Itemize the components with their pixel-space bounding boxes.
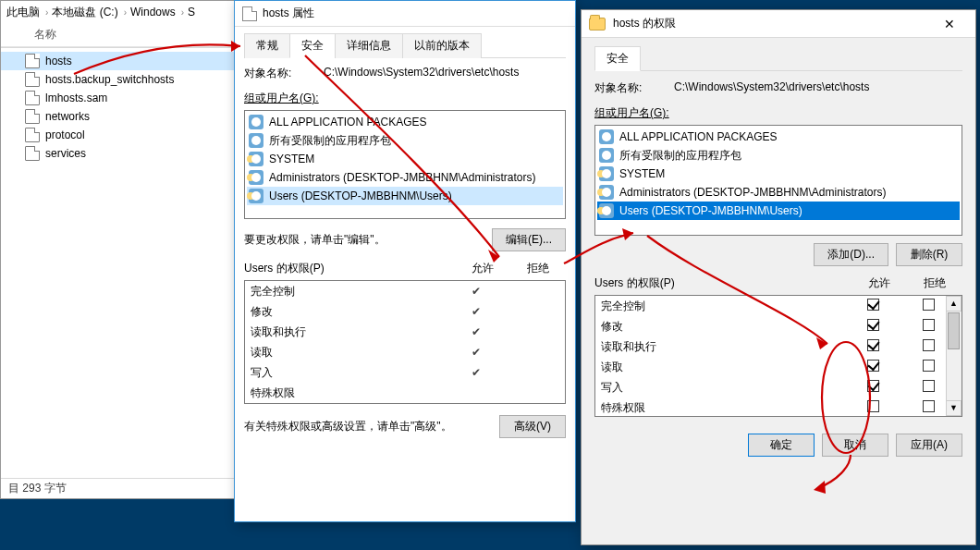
perm-allow: ✔ xyxy=(448,285,504,298)
titlebar[interactable]: hosts 的权限 ✕ xyxy=(582,10,975,38)
list-item[interactable]: Administrators (DESKTOP-JMBBHNM\Administ… xyxy=(597,183,960,202)
allow-checkbox[interactable] xyxy=(867,380,879,392)
file-row[interactable]: hosts xyxy=(1,52,235,70)
tab-security[interactable]: 安全 xyxy=(289,33,336,58)
deny-checkbox[interactable] xyxy=(923,400,935,412)
breadcrumb-item[interactable]: S xyxy=(188,6,195,18)
tab-previous-versions[interactable]: 以前的版本 xyxy=(402,33,482,58)
allow-checkbox[interactable] xyxy=(867,319,879,331)
file-row[interactable]: networks xyxy=(1,107,235,126)
deny-checkbox[interactable] xyxy=(923,319,935,331)
file-name: protocol xyxy=(45,128,85,141)
object-name-label: 对象名称: xyxy=(244,66,324,81)
perm-name: 写入 xyxy=(251,365,448,381)
file-list[interactable]: hosts hosts.backup_switchhosts lmhosts.s… xyxy=(1,48,235,166)
groups-listbox[interactable]: ALL APPLICATION PACKAGES 所有受限制的应用程序包 SYS… xyxy=(244,110,566,219)
file-row[interactable]: protocol xyxy=(1,126,235,144)
file-icon xyxy=(25,146,40,161)
list-item[interactable]: Users (DESKTOP-JMBBHNM\Users) xyxy=(247,187,563,205)
perm-name: 修改 xyxy=(601,319,845,335)
file-icon xyxy=(25,128,40,142)
group-icon xyxy=(599,185,614,200)
allow-checkbox[interactable] xyxy=(867,400,879,412)
file-name: lmhosts.sam xyxy=(45,92,107,104)
perm-row: 写入✔ xyxy=(245,362,565,383)
edit-button[interactable]: 编辑(E)... xyxy=(492,228,566,251)
group-icon xyxy=(249,115,263,129)
tab-security[interactable]: 安全 xyxy=(594,46,641,71)
list-item[interactable]: SYSTEM xyxy=(597,165,960,183)
tab-general[interactable]: 常规 xyxy=(244,33,290,58)
list-item[interactable]: 所有受限制的应用程序包 xyxy=(247,131,563,150)
scrollbar[interactable]: ▲ ▼ xyxy=(946,296,962,416)
group-icon xyxy=(599,129,614,144)
perm-row: 读取和执行✔ xyxy=(245,322,565,342)
apply-button[interactable]: 应用(A) xyxy=(896,434,962,457)
list-item[interactable]: SYSTEM xyxy=(247,150,563,168)
ok-button[interactable]: 确定 xyxy=(748,434,815,457)
breadcrumb-item[interactable]: Windows xyxy=(130,6,176,18)
titlebar[interactable]: hosts 属性 xyxy=(235,1,575,27)
perm-name: 读取 xyxy=(601,360,845,375)
deny-checkbox[interactable] xyxy=(923,380,935,392)
col-deny: 拒绝 xyxy=(907,275,962,291)
perm-name: 完全控制 xyxy=(601,299,845,314)
perm-name: 写入 xyxy=(601,380,845,396)
groups-label: 组或用户名(G): xyxy=(244,91,566,106)
allow-checkbox[interactable] xyxy=(867,360,879,372)
file-name: hosts.backup_switchhosts xyxy=(45,73,174,86)
perm-row: 读取 xyxy=(595,357,962,377)
perm-row: 完全控制✔ xyxy=(245,281,565,301)
list-item[interactable]: ALL APPLICATION PACKAGES xyxy=(597,128,960,146)
permissions-dialog: hosts 的权限 ✕ 安全 对象名称: C:\Windows\System32… xyxy=(581,9,976,545)
col-deny: 拒绝 xyxy=(510,261,566,276)
advanced-button[interactable]: 高级(V) xyxy=(499,415,566,438)
file-row[interactable]: lmhosts.sam xyxy=(1,89,235,107)
breadcrumb[interactable]: 此电脑› 本地磁盘 (C:)› Windows› S xyxy=(1,1,235,23)
object-name-value: C:\Windows\System32\drivers\etc\hosts xyxy=(674,80,962,96)
group-icon xyxy=(599,166,614,181)
close-button[interactable]: ✕ xyxy=(931,10,968,37)
scroll-up-button[interactable]: ▲ xyxy=(946,296,962,312)
add-button[interactable]: 添加(D)... xyxy=(814,243,888,266)
deny-checkbox[interactable] xyxy=(923,360,935,372)
scroll-thumb[interactable] xyxy=(948,312,960,349)
status-text: 目 293 字节 xyxy=(8,481,67,496)
cancel-button[interactable]: 取消 xyxy=(822,434,888,457)
group-icon xyxy=(249,170,263,185)
file-icon xyxy=(242,6,257,21)
list-item[interactable]: Administrators (DESKTOP-JMBBHNM\Administ… xyxy=(247,168,563,187)
list-item-label: ALL APPLICATION PACKAGES xyxy=(269,116,427,128)
tab-details[interactable]: 详细信息 xyxy=(335,33,403,58)
groups-listbox[interactable]: ALL APPLICATION PACKAGES 所有受限制的应用程序包 SYS… xyxy=(594,125,962,236)
col-allow: 允许 xyxy=(851,275,907,291)
column-header-name[interactable]: 名称 xyxy=(1,23,235,47)
list-item[interactable]: Users (DESKTOP-JMBBHNM\Users) xyxy=(597,202,960,220)
allow-checkbox[interactable] xyxy=(867,299,879,311)
perm-allow: ✔ xyxy=(448,346,504,359)
scroll-down-button[interactable]: ▼ xyxy=(946,400,962,416)
list-item-label: SYSTEM xyxy=(269,153,314,165)
edit-hint: 要更改权限，请单击"编辑"。 xyxy=(244,232,386,248)
file-name: services xyxy=(45,147,86,160)
deny-checkbox[interactable] xyxy=(923,339,935,351)
permissions-editor[interactable]: 完全控制 修改 读取和执行 读取 写入 特殊权限 ▲ ▼ xyxy=(594,295,962,417)
remove-button[interactable]: 删除(R) xyxy=(896,243,962,266)
list-item-label: Administrators (DESKTOP-JMBBHNM\Administ… xyxy=(619,186,887,199)
group-icon xyxy=(599,148,614,163)
file-icon xyxy=(25,91,40,105)
file-row[interactable]: hosts.backup_switchhosts xyxy=(1,70,235,89)
chevron-right-icon: › xyxy=(45,7,48,18)
breadcrumb-item[interactable]: 此电脑 xyxy=(6,5,40,20)
perm-allow: ✔ xyxy=(448,305,504,318)
deny-checkbox[interactable] xyxy=(923,299,935,311)
permissions-view: 完全控制✔ 修改✔ 读取和执行✔ 读取✔ 写入✔ 特殊权限 xyxy=(244,280,566,404)
list-item[interactable]: 所有受限制的应用程序包 xyxy=(597,146,960,165)
properties-dialog: hosts 属性 常规 安全 详细信息 以前的版本 对象名称: C:\Windo… xyxy=(234,0,576,522)
list-item-label: 所有受限制的应用程序包 xyxy=(269,133,391,149)
list-item[interactable]: ALL APPLICATION PACKAGES xyxy=(247,113,563,131)
list-item-label: Users (DESKTOP-JMBBHNM\Users) xyxy=(619,204,802,217)
allow-checkbox[interactable] xyxy=(867,339,879,351)
breadcrumb-item[interactable]: 本地磁盘 (C:) xyxy=(52,5,117,20)
file-row[interactable]: services xyxy=(1,144,235,163)
